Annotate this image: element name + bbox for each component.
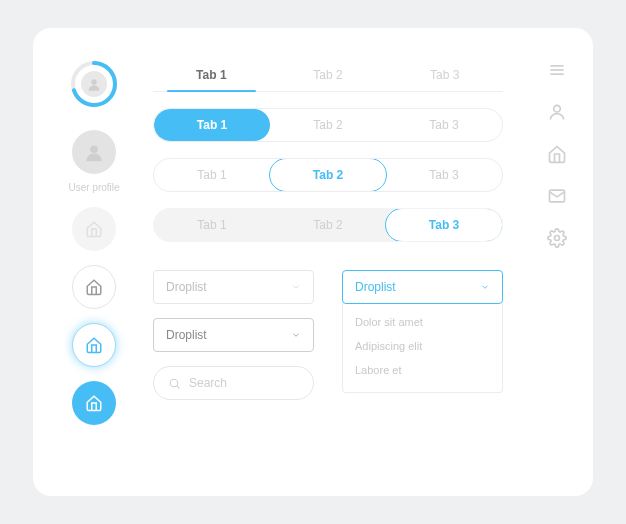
- droplist-column-left: Droplist Droplist Search: [153, 270, 314, 400]
- tab-3[interactable]: Tab 3: [385, 208, 503, 242]
- home-button-outline[interactable]: [72, 265, 116, 309]
- tab-1[interactable]: Tab 1: [154, 109, 270, 141]
- home-icon: [85, 336, 103, 354]
- droplist-label: Droplist: [166, 328, 207, 342]
- tab-3[interactable]: Tab 3: [386, 159, 502, 191]
- home-icon: [85, 220, 103, 238]
- tabs-pill-row-b: Tab 1 Tab 2 Tab 3: [153, 158, 503, 192]
- droplist-label: Droplist: [355, 280, 396, 294]
- ui-kit-panel: User profile Tab 1 Tab 2 Tab: [33, 28, 593, 496]
- rail-home-button[interactable]: [547, 144, 567, 164]
- rail-mail-button[interactable]: [547, 186, 567, 206]
- mail-icon: [547, 186, 567, 206]
- droplist-area: Droplist Droplist Search Droplist: [153, 270, 503, 400]
- droplist-option[interactable]: Dolor sit amet: [355, 310, 490, 334]
- rail-settings-button[interactable]: [547, 228, 567, 248]
- svg-line-5: [177, 385, 179, 387]
- droplist-default[interactable]: Droplist: [153, 270, 314, 304]
- svg-point-2: [91, 79, 96, 84]
- chevron-down-icon: [291, 282, 301, 292]
- droplist-option[interactable]: Adipiscing elit: [355, 334, 490, 358]
- droplist-label: Droplist: [166, 280, 207, 294]
- tab-2[interactable]: Tab 2: [270, 109, 386, 141]
- menu-icon: [547, 60, 567, 80]
- tab-3[interactable]: Tab 3: [386, 60, 503, 91]
- avatar-with-progress[interactable]: [70, 60, 118, 108]
- chevron-down-icon: [291, 330, 301, 340]
- search-input[interactable]: Search: [153, 366, 314, 400]
- gear-icon: [547, 228, 567, 248]
- droplist-open[interactable]: Droplist: [342, 270, 503, 304]
- user-icon: [547, 102, 567, 122]
- person-icon: [83, 141, 105, 163]
- tab-1[interactable]: Tab 1: [154, 159, 270, 191]
- svg-point-11: [555, 236, 560, 241]
- tabs-pill-row-a: Tab 1 Tab 2 Tab 3: [153, 108, 503, 142]
- tab-2[interactable]: Tab 2: [269, 158, 387, 192]
- main-area: Tab 1 Tab 2 Tab 3 Tab 1 Tab 2 Tab 3 Tab …: [153, 60, 503, 400]
- svg-point-4: [170, 379, 178, 387]
- home-button-glow[interactable]: [72, 323, 116, 367]
- user-profile-label: User profile: [68, 182, 119, 193]
- tabs-underline: Tab 1 Tab 2 Tab 3: [153, 60, 503, 92]
- search-icon: [168, 377, 181, 390]
- svg-point-3: [90, 145, 98, 153]
- left-column: User profile: [59, 60, 129, 425]
- droplist-option[interactable]: Labore et: [355, 358, 490, 382]
- svg-point-9: [554, 105, 561, 112]
- tab-3[interactable]: Tab 3: [386, 109, 502, 141]
- search-placeholder: Search: [189, 376, 227, 390]
- tab-2[interactable]: Tab 2: [270, 60, 387, 91]
- droplist-column-right: Droplist Dolor sit amet Adipiscing elit …: [342, 270, 503, 400]
- droplist-menu: Dolor sit amet Adipiscing elit Labore et: [342, 304, 503, 393]
- tab-1[interactable]: Tab 1: [154, 209, 270, 241]
- home-icon: [85, 278, 103, 296]
- home-icon: [547, 144, 567, 164]
- person-icon: [86, 76, 102, 92]
- home-button-solid[interactable]: [72, 381, 116, 425]
- rail-user-button[interactable]: [547, 102, 567, 122]
- droplist-focus[interactable]: Droplist: [153, 318, 314, 352]
- home-button-ghost[interactable]: [72, 207, 116, 251]
- chevron-down-icon: [480, 282, 490, 292]
- tabs-pill-row-c: Tab 1 Tab 2 Tab 3: [153, 208, 503, 242]
- icon-rail: [543, 60, 571, 248]
- rail-menu-button[interactable]: [547, 60, 567, 80]
- tab-1[interactable]: Tab 1: [153, 60, 270, 91]
- home-icon: [85, 394, 103, 412]
- tab-2[interactable]: Tab 2: [270, 209, 386, 241]
- avatar-placeholder[interactable]: [72, 130, 116, 174]
